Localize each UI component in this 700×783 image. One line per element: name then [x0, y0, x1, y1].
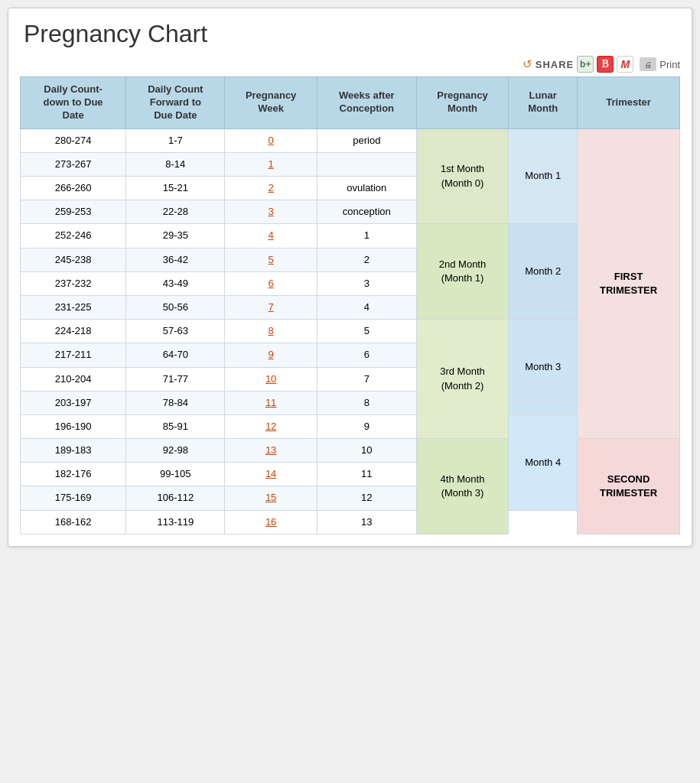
cell-week[interactable]: 14 [225, 463, 317, 486]
cell-countdown: 203-197 [21, 391, 126, 414]
cell-countdown: 224-218 [21, 320, 126, 343]
toolbar: ↺ SHARE b+ B M 🖨 Print [20, 56, 680, 73]
cell-week[interactable]: 0 [225, 128, 317, 152]
share-blogger-icon[interactable]: b+ [577, 56, 594, 73]
cell-conception: period [317, 128, 416, 152]
cell-week[interactable]: 13 [225, 439, 317, 463]
cell-countdown: 196-190 [21, 414, 126, 438]
cell-week[interactable]: 2 [225, 177, 317, 200]
cell-week[interactable]: 5 [225, 248, 317, 271]
cell-conception: 7 [317, 367, 416, 391]
cell-week[interactable]: 12 [225, 414, 317, 438]
cell-week[interactable]: 16 [225, 510, 317, 534]
col-header-trimester: Trimester [578, 77, 680, 129]
cell-preg-month: 4th Month(Month 3) [416, 439, 508, 534]
cell-forward: 64-70 [126, 343, 225, 367]
cell-conception: 12 [317, 486, 416, 510]
cell-conception: 10 [317, 439, 416, 463]
cell-countdown: 266-260 [21, 177, 126, 200]
cell-week[interactable]: 1 [225, 152, 317, 176]
cell-conception: conception [317, 200, 416, 224]
share-label: SHARE [536, 59, 575, 70]
cell-conception: ovulation [317, 177, 416, 200]
cell-conception: 13 [317, 510, 416, 534]
cell-conception [317, 152, 416, 176]
cell-countdown: 259-253 [21, 200, 126, 224]
col-header-preg-month: PregnancyMonth [416, 77, 508, 129]
cell-conception: 1 [317, 224, 416, 248]
cell-forward: 106-112 [126, 486, 225, 510]
cell-conception: 5 [317, 320, 416, 343]
cell-countdown: 182-176 [21, 463, 126, 486]
cell-forward: 78-84 [126, 391, 225, 414]
cell-preg-month: 2nd Month(Month 1) [416, 224, 508, 320]
cell-forward: 29-35 [126, 224, 225, 248]
share-gmail-icon[interactable]: M [617, 56, 633, 73]
cell-conception: 6 [317, 343, 416, 367]
cell-countdown: 252-246 [21, 224, 126, 248]
col-header-lunar: LunarMonth [509, 77, 578, 129]
print-button[interactable]: 🖨 Print [640, 57, 680, 71]
pregnancy-chart-table: Daily Count-down to DueDate Daily CountF… [20, 76, 680, 534]
cell-lunar-month: Month 4 [509, 414, 578, 510]
cell-countdown: 273-267 [21, 152, 126, 176]
page-container: Pregnancy Chart ↺ SHARE b+ B M 🖨 Print D… [8, 8, 692, 547]
cell-conception: 2 [317, 248, 416, 271]
cell-lunar-month: Month 3 [509, 320, 578, 415]
cell-forward: 50-56 [126, 295, 225, 319]
cell-lunar-month: Month 1 [509, 128, 578, 224]
cell-trimester: FIRSTTRIMESTER [578, 128, 680, 438]
cell-forward: 92-98 [126, 439, 225, 463]
share-toolbar: ↺ SHARE b+ B M [523, 56, 634, 73]
cell-countdown: 175-169 [21, 486, 126, 510]
cell-week[interactable]: 9 [225, 343, 317, 367]
share-blogger2-icon[interactable]: B [597, 56, 614, 73]
cell-forward: 57-63 [126, 320, 225, 343]
cell-countdown: 210-204 [21, 367, 126, 391]
cell-conception: 3 [317, 271, 416, 295]
cell-week[interactable]: 4 [225, 224, 317, 248]
cell-forward: 99-105 [126, 463, 225, 486]
cell-week[interactable]: 11 [225, 391, 317, 414]
col-header-week: PregnancyWeek [225, 77, 317, 129]
cell-countdown: 231-225 [21, 295, 126, 319]
cell-countdown: 245-238 [21, 248, 126, 271]
cell-conception: 11 [317, 463, 416, 486]
cell-forward: 85-91 [126, 414, 225, 438]
cell-week[interactable]: 6 [225, 271, 317, 295]
print-label: Print [659, 59, 680, 70]
cell-preg-month: 3rd Month(Month 2) [416, 320, 508, 439]
cell-week[interactable]: 8 [225, 320, 317, 343]
cell-week[interactable]: 7 [225, 295, 317, 319]
cell-forward: 1-7 [126, 128, 225, 152]
cell-week[interactable]: 10 [225, 367, 317, 391]
cell-conception: 8 [317, 391, 416, 414]
cell-conception: 4 [317, 295, 416, 319]
print-icon: 🖨 [640, 57, 656, 71]
col-header-forward: Daily CountForward toDue Date [126, 77, 225, 129]
cell-countdown: 168-162 [21, 510, 126, 534]
cell-preg-month: 1st Month(Month 0) [416, 128, 508, 224]
cell-forward: 43-49 [126, 271, 225, 295]
cell-lunar-month: Month 2 [509, 224, 578, 320]
cell-forward: 71-77 [126, 367, 225, 391]
cell-countdown: 217-211 [21, 343, 126, 367]
cell-countdown: 280-274 [21, 128, 126, 152]
cell-conception: 9 [317, 414, 416, 438]
cell-forward: 15-21 [126, 177, 225, 200]
cell-countdown: 237-232 [21, 271, 126, 295]
cell-week[interactable]: 3 [225, 200, 317, 224]
cell-forward: 8-14 [126, 152, 225, 176]
col-header-countdown: Daily Count-down to DueDate [21, 77, 126, 129]
cell-countdown: 189-183 [21, 439, 126, 463]
cell-forward: 36-42 [126, 248, 225, 271]
cell-trimester: SECONDTRIMESTER [578, 439, 680, 534]
col-header-conception: Weeks afterConception [317, 77, 416, 129]
share-arrow-icon: ↺ [523, 57, 532, 71]
cell-week[interactable]: 15 [225, 486, 317, 510]
page-title: Pregnancy Chart [20, 20, 680, 48]
cell-forward: 22-28 [126, 200, 225, 224]
cell-forward: 113-119 [126, 510, 225, 534]
